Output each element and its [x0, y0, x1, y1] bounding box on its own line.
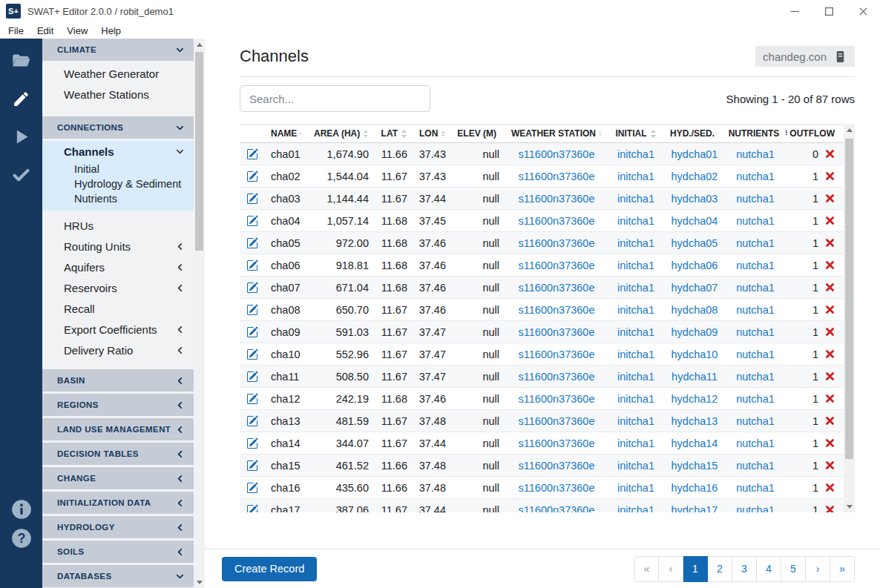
- link-weather_station[interactable]: s11600n37360e: [519, 371, 595, 383]
- scroll-down-icon[interactable]: [844, 501, 855, 512]
- sidebar-item-weather-generator[interactable]: Weather Generator: [42, 63, 194, 84]
- link-initial[interactable]: initcha1: [617, 260, 654, 271]
- link-weather_station[interactable]: s11600n37360e: [519, 171, 595, 182]
- create-record-button[interactable]: Create Record: [222, 557, 317, 581]
- edit-record-button[interactable]: [240, 348, 265, 360]
- col-header-lat[interactable]: LAT: [375, 128, 413, 139]
- link-initial[interactable]: initcha1: [617, 393, 654, 405]
- link-nutrients[interactable]: nutcha1: [736, 237, 775, 249]
- link-initial[interactable]: initcha1: [617, 304, 654, 316]
- link-weather_station[interactable]: s11600n37360e: [519, 215, 595, 227]
- info-icon[interactable]: [11, 499, 32, 520]
- delete-record-button[interactable]: [825, 460, 835, 470]
- delete-record-button[interactable]: [825, 283, 835, 292]
- col-header-lon[interactable]: LON: [413, 128, 452, 139]
- edit-record-button[interactable]: [240, 437, 265, 449]
- sidebar-section-basin[interactable]: BASIN: [42, 369, 194, 392]
- sidebar-item-aquifers[interactable]: Aquifers: [42, 257, 194, 277]
- delete-record-button[interactable]: [825, 349, 835, 359]
- link-weather_station[interactable]: s11600n37360e: [519, 304, 595, 316]
- link-hyd_sed[interactable]: hydcha16: [672, 482, 718, 494]
- edit-record-button[interactable]: [240, 282, 265, 294]
- col-header-elev[interactable]: ELEV (M): [452, 128, 505, 139]
- col-header-area[interactable]: AREA (HA): [308, 128, 375, 139]
- link-hyd_sed[interactable]: hydcha02: [672, 171, 718, 182]
- close-button[interactable]: [846, 0, 880, 22]
- link-hyd_sed[interactable]: hydcha05: [672, 237, 718, 249]
- check-output-icon[interactable]: [11, 164, 32, 185]
- maximize-button[interactable]: [812, 0, 846, 22]
- edit-record-button[interactable]: [240, 371, 265, 383]
- link-nutrients[interactable]: nutcha1: [736, 393, 775, 405]
- sidebar-section-regions[interactable]: REGIONS: [42, 394, 194, 416]
- sidebar-item-reservoirs[interactable]: Reservoirs: [42, 277, 194, 298]
- link-nutrients[interactable]: nutcha1: [736, 371, 775, 383]
- link-initial[interactable]: initcha1: [617, 371, 654, 383]
- sidebar-item-weather-stations[interactable]: Weather Stations: [42, 84, 194, 105]
- link-initial[interactable]: initcha1: [617, 326, 654, 338]
- link-weather_station[interactable]: s11600n37360e: [519, 282, 595, 294]
- edit-record-button[interactable]: [240, 215, 265, 227]
- delete-record-button[interactable]: [825, 194, 835, 203]
- edit-inputs-icon[interactable]: [11, 88, 32, 109]
- link-weather_station[interactable]: s11600n37360e: [519, 193, 595, 205]
- sidebar-scroll-thumb[interactable]: [195, 52, 203, 251]
- link-initial[interactable]: initcha1: [617, 482, 654, 494]
- link-weather_station[interactable]: s11600n37360e: [519, 460, 595, 472]
- link-nutrients[interactable]: nutcha1: [736, 348, 775, 360]
- table-scrollbar[interactable]: [844, 124, 855, 512]
- link-nutrients[interactable]: nutcha1: [736, 260, 775, 271]
- run-model-icon[interactable]: [11, 126, 32, 147]
- menu-view[interactable]: View: [60, 25, 94, 36]
- sidebar-section-decision-tables[interactable]: DECISION TABLES: [42, 443, 194, 465]
- link-nutrients[interactable]: nutcha1: [736, 415, 775, 427]
- link-hyd_sed[interactable]: hydcha13: [672, 415, 718, 427]
- next-page-button[interactable]: ›: [806, 556, 830, 582]
- link-nutrients[interactable]: nutcha1: [736, 437, 775, 449]
- link-nutrients[interactable]: nutcha1: [736, 148, 775, 160]
- edit-record-button[interactable]: [240, 193, 265, 205]
- link-weather_station[interactable]: s11600n37360e: [519, 415, 595, 427]
- delete-record-button[interactable]: [825, 327, 835, 337]
- sidebar-section-initialization-data[interactable]: INITIALIZATION DATA: [42, 492, 194, 514]
- help-icon[interactable]: ?: [11, 528, 32, 549]
- page-4-button[interactable]: 4: [757, 556, 781, 582]
- first-page-button[interactable]: «: [634, 556, 659, 582]
- sidebar-section-soils[interactable]: SOILS: [42, 541, 194, 563]
- delete-record-button[interactable]: [825, 394, 835, 403]
- sidebar-section-hydrology[interactable]: HYDROLOGY: [42, 516, 194, 538]
- edit-record-button[interactable]: [240, 326, 265, 338]
- link-weather_station[interactable]: s11600n37360e: [519, 326, 595, 338]
- link-hyd_sed[interactable]: hydcha04: [672, 215, 718, 227]
- scroll-up-icon[interactable]: [194, 39, 205, 50]
- sidebar-item-hrus[interactable]: HRUs: [42, 215, 194, 236]
- link-hyd_sed[interactable]: hydcha09: [672, 326, 718, 338]
- sidebar-item-export-coefficients[interactable]: Export Coefficients: [42, 319, 194, 340]
- link-weather_station[interactable]: s11600n37360e: [519, 260, 595, 271]
- col-header-name[interactable]: NAME: [265, 128, 308, 139]
- link-nutrients[interactable]: nutcha1: [736, 504, 775, 513]
- edit-record-button[interactable]: [240, 460, 265, 472]
- sidebar-item-recall[interactable]: Recall: [42, 298, 194, 319]
- link-nutrients[interactable]: nutcha1: [736, 193, 775, 205]
- link-initial[interactable]: initcha1: [617, 237, 654, 249]
- edit-record-button[interactable]: [240, 237, 265, 249]
- table-scroll-thumb[interactable]: [845, 139, 853, 459]
- link-initial[interactable]: initcha1: [617, 215, 654, 227]
- delete-record-button[interactable]: [825, 438, 835, 448]
- page-2-button[interactable]: 2: [708, 556, 732, 582]
- link-hyd_sed[interactable]: hydcha06: [672, 260, 718, 271]
- edit-record-button[interactable]: [240, 504, 265, 513]
- edit-record-button[interactable]: [240, 148, 265, 160]
- sidebar-section-databases[interactable]: DATABASES: [42, 565, 194, 587]
- link-nutrients[interactable]: nutcha1: [736, 215, 775, 227]
- scroll-up-icon[interactable]: [844, 124, 855, 136]
- sidebar-item-nutrients[interactable]: Nutrients: [42, 191, 194, 211]
- page-1-button[interactable]: 1: [683, 556, 708, 582]
- menu-edit[interactable]: Edit: [30, 25, 60, 36]
- link-nutrients[interactable]: nutcha1: [736, 171, 775, 182]
- link-weather_station[interactable]: s11600n37360e: [519, 504, 595, 513]
- link-hyd_sed[interactable]: hydcha03: [672, 193, 718, 205]
- page-3-button[interactable]: 3: [732, 556, 757, 582]
- link-initial[interactable]: initcha1: [617, 504, 654, 513]
